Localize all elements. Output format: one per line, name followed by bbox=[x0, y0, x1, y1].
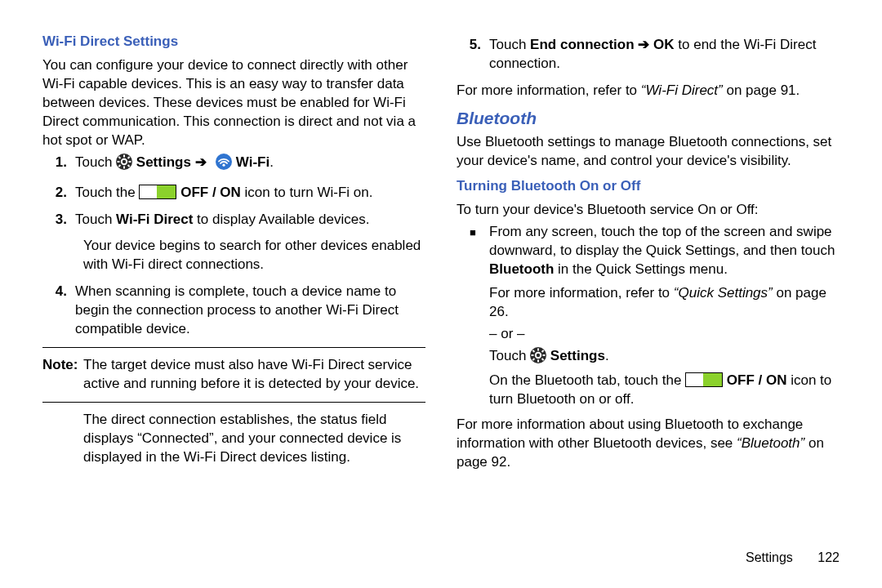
bluetooth-label: Bluetooth bbox=[489, 261, 554, 277]
touch-settings-line: Touch Settings. bbox=[489, 347, 840, 369]
bluetooth-reference: For more information about using Bluetoo… bbox=[457, 416, 840, 472]
bluetooth-heading: Bluetooth bbox=[457, 107, 840, 130]
text: From any screen, touch the top of the sc… bbox=[489, 224, 835, 258]
reference-title: “Quick Settings” bbox=[674, 285, 773, 301]
wifi-direct-label: Wi-Fi Direct bbox=[116, 212, 193, 227]
text: icon to turn Wi-Fi on. bbox=[241, 185, 373, 200]
off-on-label: OFF / ON bbox=[180, 185, 241, 200]
arrow-icon: ➔ bbox=[638, 37, 649, 52]
footer-page-number: 122 bbox=[817, 550, 840, 564]
bluetooth-intro: Use Bluetooth settings to manage Bluetoo… bbox=[457, 133, 840, 171]
wifi-label: Wi-Fi bbox=[236, 154, 270, 170]
reference-title: “Bluetooth” bbox=[737, 435, 804, 451]
square-bullet-icon: ■ bbox=[457, 223, 489, 279]
step-1: Touch Settings ➔ Wi-Fi. bbox=[75, 154, 425, 176]
text: For more information, refer to bbox=[489, 285, 674, 301]
step-number: 5. bbox=[457, 36, 489, 74]
text: Touch bbox=[75, 212, 116, 227]
step-number: 4. bbox=[42, 283, 75, 339]
text: On the Bluetooth tab, touch the bbox=[489, 372, 685, 388]
text: . bbox=[605, 348, 609, 363]
divider bbox=[42, 347, 425, 348]
toggle-icon bbox=[139, 185, 176, 199]
or-separator: – or – bbox=[489, 325, 840, 344]
wifi-direct-intro: You can configure your device to connect… bbox=[42, 56, 425, 150]
footer-section: Settings bbox=[746, 550, 793, 564]
end-connection-label: End connection bbox=[530, 37, 638, 52]
after-note-text: The direct connection establishes, the s… bbox=[83, 411, 425, 467]
wifi-direct-steps-cont: 4. When scanning is complete, touch a de… bbox=[42, 283, 425, 339]
text: in the Quick Settings menu. bbox=[554, 261, 728, 277]
bluetooth-lead: To turn your device's Bluetooth service … bbox=[457, 201, 840, 220]
ok-label: OK bbox=[649, 37, 674, 52]
wifi-direct-steps-right: 5. Touch End connection ➔ OK to end the … bbox=[457, 36, 840, 74]
wifi-direct-steps: 1. Touch Settings ➔ Wi-Fi. 2. Touch the … bbox=[42, 154, 425, 229]
step-3-continuation: Your device begins to search for other d… bbox=[83, 237, 425, 274]
text: For more information, refer to bbox=[457, 82, 641, 98]
step-5: Touch End connection ➔ OK to end the Wi-… bbox=[489, 36, 840, 74]
reference-title: “Wi-Fi Direct” bbox=[641, 82, 723, 98]
step-number: 3. bbox=[42, 211, 75, 229]
text: . bbox=[270, 154, 274, 170]
note-block: Note: The target device must also have W… bbox=[42, 356, 425, 394]
wifi-direct-reference: For more information, refer to “Wi-Fi Di… bbox=[457, 82, 840, 100]
text: Touch the bbox=[75, 185, 139, 200]
right-column: 5. Touch End connection ➔ OK to end the … bbox=[457, 33, 840, 475]
bluetooth-bullet-list: ■ From any screen, touch the top of the … bbox=[457, 223, 840, 279]
step-3: Touch Wi-Fi Direct to display Available … bbox=[75, 211, 425, 229]
step-number: 1. bbox=[42, 154, 75, 176]
settings-label: Settings bbox=[136, 154, 195, 170]
bluetooth-sub-heading: Turning Bluetooth On or Off bbox=[457, 177, 840, 196]
gear-icon bbox=[530, 347, 546, 369]
wifi-direct-heading: Wi-Fi Direct Settings bbox=[42, 33, 425, 51]
note-label: Note: bbox=[42, 357, 78, 372]
text: on page 91. bbox=[723, 82, 800, 98]
text: Touch bbox=[75, 154, 116, 170]
note-body: The target device must also have Wi-Fi D… bbox=[83, 356, 425, 394]
step-number: 2. bbox=[42, 184, 75, 203]
step-4: When scanning is complete, touch a devic… bbox=[75, 283, 425, 339]
bluetooth-tab-line: On the Bluetooth tab, touch the OFF / ON… bbox=[489, 372, 840, 409]
quick-settings-reference: For more information, refer to “Quick Se… bbox=[489, 284, 840, 322]
left-column: Wi-Fi Direct Settings You can configure … bbox=[42, 33, 425, 475]
divider bbox=[42, 402, 425, 403]
text: Touch bbox=[489, 348, 530, 363]
gear-icon bbox=[116, 154, 132, 176]
page-footer: Settings 122 bbox=[746, 549, 840, 567]
off-on-label: OFF / ON bbox=[727, 372, 787, 388]
bullet-1: From any screen, touch the top of the sc… bbox=[489, 223, 840, 279]
arrow-icon: ➔ bbox=[195, 154, 207, 170]
text: to display Available devices. bbox=[193, 212, 369, 227]
wifi-icon bbox=[216, 154, 232, 176]
settings-label: Settings bbox=[550, 348, 605, 363]
toggle-icon bbox=[685, 372, 723, 387]
page-columns: Wi-Fi Direct Settings You can configure … bbox=[42, 33, 840, 475]
text: Touch bbox=[489, 37, 530, 52]
step-2: Touch the OFF / ON icon to turn Wi-Fi on… bbox=[75, 184, 425, 203]
